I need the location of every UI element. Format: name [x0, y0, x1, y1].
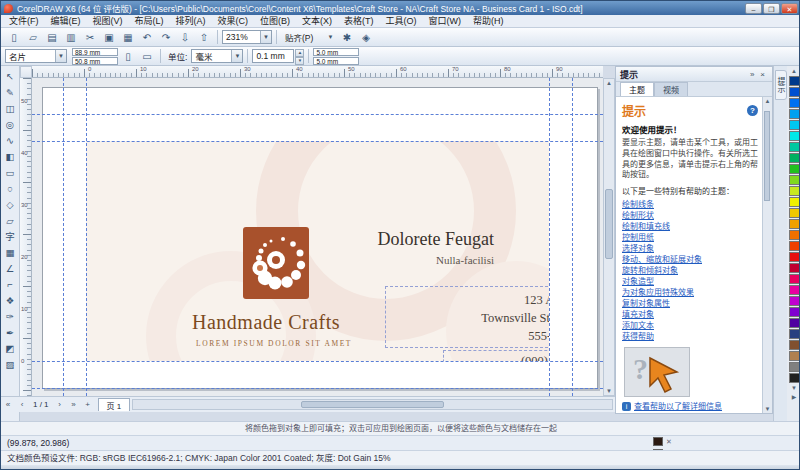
color-swatch[interactable]	[789, 175, 800, 185]
tool-shape[interactable]: ✎	[2, 84, 19, 100]
ruler-origin-corner[interactable]	[20, 66, 32, 78]
menu-item[interactable]: 帮助(H)	[467, 15, 510, 27]
tool-rectangle[interactable]: ▭	[2, 164, 19, 180]
color-swatch[interactable]	[789, 230, 800, 240]
scroll-up-icon[interactable]: ▲	[763, 98, 772, 104]
spinner-up-icon[interactable]: ▲	[295, 49, 304, 57]
tool-connector[interactable]: ⌐	[2, 276, 19, 292]
duplicate-y-field[interactable]: 5.0 mm	[313, 57, 359, 65]
menu-item[interactable]: 文本(X)	[296, 15, 338, 27]
color-swatch[interactable]	[789, 285, 800, 295]
units-combo[interactable]: 毫米 ▼	[191, 49, 243, 63]
color-swatch[interactable]	[789, 252, 800, 262]
hint-topic-link[interactable]: 绘制和填充线	[622, 221, 758, 232]
color-swatch[interactable]	[789, 263, 800, 273]
card-tagline[interactable]: LOREM IPSUM DOLOR SIT AMET	[196, 339, 352, 348]
menu-item[interactable]: 表格(T)	[338, 15, 380, 27]
menu-item[interactable]: 工具(O)	[380, 15, 423, 27]
minimize-button[interactable]: –	[745, 3, 762, 14]
nudge-distance-field[interactable]: 0.1 mm	[252, 49, 294, 63]
tool-interactive-fill[interactable]: ▨	[2, 356, 19, 372]
tab-video[interactable]: 视频	[654, 82, 688, 96]
tool-table[interactable]: ▦	[2, 244, 19, 260]
open-button[interactable]: ▱	[24, 29, 42, 45]
export-button[interactable]: ⇧	[195, 29, 213, 45]
color-swatch[interactable]	[789, 351, 800, 361]
docker-collapse-icon[interactable]: »	[747, 70, 757, 79]
tool-blend[interactable]: ❖	[2, 292, 19, 308]
last-page-button[interactable]: »	[67, 400, 81, 409]
tool-fill[interactable]: ◩	[2, 340, 19, 356]
print-button[interactable]: ▥	[62, 29, 80, 45]
color-swatch[interactable]	[789, 274, 800, 284]
color-swatch[interactable]	[789, 197, 800, 207]
hint-topic-link[interactable]: 移动、缩放和延展对象	[622, 254, 758, 265]
tool-freehand[interactable]: ∿	[2, 132, 19, 148]
chevron-down-icon[interactable]: ▼	[55, 50, 66, 62]
card-logo[interactable]	[243, 227, 309, 299]
spinner-down-icon[interactable]: ▼	[295, 57, 304, 65]
color-swatch[interactable]	[789, 219, 800, 229]
new-button[interactable]: ▯	[5, 29, 23, 45]
snap-to-menu[interactable]: 贴齐(P) ▼	[281, 30, 337, 44]
hint-topic-link[interactable]: 获得帮助	[622, 331, 758, 342]
chevron-down-icon[interactable]: ▼	[325, 31, 336, 43]
horizontal-ruler[interactable]: 0102030405060708090	[32, 66, 603, 78]
color-swatch[interactable]	[789, 120, 800, 130]
maximize-button[interactable]: ❐	[763, 3, 780, 14]
tool-polygon[interactable]: ◇	[2, 196, 19, 212]
color-swatch[interactable]	[789, 340, 800, 350]
scroll-down-icon[interactable]: ▼	[763, 406, 772, 412]
menu-item[interactable]: 布局(L)	[129, 15, 170, 27]
card-address-block[interactable]: 123 Any StreetTownsville State 12345555-…	[385, 286, 549, 348]
tool-text[interactable]: 字	[2, 228, 19, 244]
hint-topic-link[interactable]: 复制对象属性	[622, 298, 758, 309]
vertical-scrollbar[interactable]: ▲ ▼	[603, 78, 615, 396]
menu-item[interactable]: 视图(V)	[87, 15, 129, 27]
hint-topic-link[interactable]: 添加文本	[622, 320, 758, 331]
add-page-button[interactable]: +	[81, 400, 95, 409]
import-button[interactable]: ⇩	[176, 29, 194, 45]
hints-more-link[interactable]: 查看帮助以了解详细信息	[634, 401, 722, 412]
save-button[interactable]: ▤	[43, 29, 61, 45]
chevron-down-icon[interactable]: ▼	[260, 31, 271, 43]
color-swatch[interactable]	[789, 373, 800, 383]
options-button[interactable]: ✱	[338, 29, 356, 45]
color-swatch[interactable]	[789, 208, 800, 218]
duplicate-x-field[interactable]: 5.0 mm	[313, 48, 359, 56]
hint-topic-link[interactable]: 绘制形状	[622, 210, 758, 221]
help-icon[interactable]: ?	[747, 105, 758, 116]
page-height-field[interactable]: 50.8 mm	[72, 57, 118, 65]
menu-item[interactable]: 窗口(W)	[423, 15, 468, 27]
color-swatch[interactable]	[789, 318, 800, 328]
paste-button[interactable]: ▦	[119, 29, 137, 45]
tool-eyedropper[interactable]: ✑	[2, 308, 19, 324]
hint-topic-link[interactable]: 为对象应用特殊效果	[622, 287, 758, 298]
page-tab[interactable]: 页 1	[98, 398, 131, 411]
undo-button[interactable]: ↶	[138, 29, 156, 45]
color-swatch[interactable]	[789, 296, 800, 306]
card-company-name[interactable]: Handmade Crafts	[192, 311, 340, 334]
color-swatch[interactable]	[789, 142, 800, 152]
horizontal-scrollbar[interactable]	[132, 399, 613, 410]
card-person-name[interactable]: Dolorete Feugat	[378, 229, 494, 250]
color-swatch[interactable]	[789, 329, 800, 339]
tool-crop[interactable]: ◫	[2, 100, 19, 116]
nudge-spinner[interactable]: ▲▼	[295, 49, 304, 63]
horizontal-scroll-thumb[interactable]	[301, 401, 445, 408]
docker-close-icon[interactable]: ×	[757, 70, 768, 79]
hint-topic-link[interactable]: 选择对象	[622, 243, 758, 254]
color-swatch[interactable]	[789, 131, 800, 141]
tool-smart-fill[interactable]: ◧	[2, 148, 19, 164]
next-page-button[interactable]: ›	[53, 400, 67, 409]
tool-zoom[interactable]: ◎	[2, 116, 19, 132]
vertical-scroll-thumb[interactable]	[605, 189, 613, 259]
business-card[interactable]: Handmade Crafts LOREM IPSUM DOLOR SIT AM…	[86, 141, 549, 361]
color-swatch[interactable]	[789, 153, 800, 163]
tool-pick[interactable]: ↖	[2, 68, 19, 84]
portrait-button[interactable]: ▯	[119, 48, 137, 64]
color-swatch[interactable]	[789, 87, 800, 97]
tool-dimension[interactable]: ∠	[2, 260, 19, 276]
color-swatch[interactable]	[789, 109, 800, 119]
chevron-down-icon[interactable]: ▼	[231, 50, 242, 62]
